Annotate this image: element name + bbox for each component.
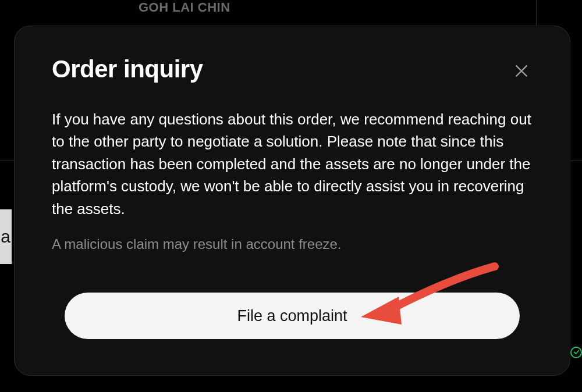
file-complaint-label: File a complaint (237, 307, 347, 325)
modal-header: Order inquiry (52, 55, 533, 84)
background-side-char: a (1, 227, 10, 247)
modal-body: If you have any questions about this ord… (52, 108, 533, 252)
check-icon (573, 347, 580, 358)
check-badge (570, 347, 582, 358)
modal-warning-text: A malicious claim may result in account … (52, 236, 533, 252)
file-complaint-button[interactable]: File a complaint (65, 293, 520, 339)
modal-title: Order inquiry (52, 55, 203, 83)
background-user-name: GOH LAI CHIN (139, 0, 230, 15)
close-icon (514, 63, 529, 80)
close-button[interactable] (510, 60, 533, 84)
modal-body-text: If you have any questions about this ord… (52, 108, 533, 220)
order-inquiry-modal: Order inquiry If you have any questions … (14, 26, 570, 376)
background-side-block: a (0, 209, 12, 264)
